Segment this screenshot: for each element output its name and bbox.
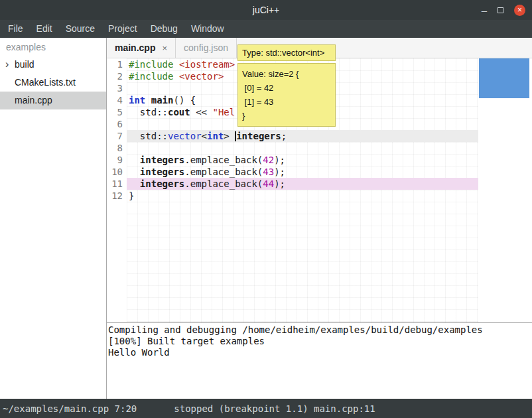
menu-item-window[interactable]: Window xyxy=(184,20,231,38)
app-window: juCi++ – × FileEditSourceProjectDebugWin… xyxy=(0,0,532,418)
window-controls: – × xyxy=(482,0,525,20)
type-tooltip: Type: std::vector<int> xyxy=(237,44,336,61)
code-line[interactable]: } xyxy=(127,190,478,202)
menu-item-edit[interactable]: Edit xyxy=(30,20,59,38)
sidebar-item-label: build xyxy=(15,59,34,70)
value-tooltip-line: } xyxy=(242,109,331,123)
project-name-header: examples xyxy=(0,38,106,56)
sidebar-item-cmakelists-txt[interactable]: CMakeLists.txt xyxy=(0,74,106,92)
maximize-icon[interactable] xyxy=(498,7,503,13)
sidebar-item-label: main.cpp xyxy=(15,95,52,105)
window-title: juCi++ xyxy=(0,0,532,20)
line-number[interactable]: 10 xyxy=(107,166,123,178)
terminal-output[interactable]: Compiling and debugging /home/eidheim/ex… xyxy=(107,322,532,399)
statusbar: ~/examples/main.cpp 7:20 stopped (breakp… xyxy=(0,399,532,418)
line-number[interactable]: 7 xyxy=(107,130,123,142)
scroll-map-thumb[interactable] xyxy=(479,58,529,98)
menubar: FileEditSourceProjectDebugWindow xyxy=(0,20,532,38)
terminal-line: Compiling and debugging /home/eidheim/ex… xyxy=(108,324,531,336)
code-line[interactable] xyxy=(127,142,478,154)
line-number[interactable]: 6 xyxy=(107,118,123,130)
value-tooltip-line: Value: size=2 { xyxy=(242,67,331,81)
code-line[interactable]: integers.emplace_back(42); xyxy=(127,154,478,166)
line-number[interactable]: 2 xyxy=(107,70,123,82)
code-line[interactable]: integers.emplace_back(44); xyxy=(127,178,478,190)
code-line[interactable]: integers.emplace_back(43); xyxy=(127,166,478,178)
expander-icon[interactable]: › xyxy=(5,55,9,73)
tab-label: main.cpp xyxy=(115,42,155,53)
tab-close-icon[interactable]: × xyxy=(162,43,167,53)
line-number[interactable]: 1 xyxy=(107,58,123,70)
menu-item-debug[interactable]: Debug xyxy=(144,20,184,38)
line-number[interactable]: 9 xyxy=(107,154,123,166)
status-debug-state: stopped (breakpoint 1.1) main.cpp:11 xyxy=(174,403,375,414)
scroll-map[interactable] xyxy=(478,58,532,322)
sidebar-item-build[interactable]: ›build xyxy=(0,56,106,74)
terminal-line: [100%] Built target examples xyxy=(108,336,531,347)
tab-config-json[interactable]: config.json xyxy=(176,38,237,58)
menu-item-project[interactable]: Project xyxy=(101,20,144,38)
sidebar-item-label: CMakeLists.txt xyxy=(15,77,76,88)
line-number[interactable]: 12 xyxy=(107,190,123,202)
value-tooltip: Value: size=2 { [0] = 42 [1] = 43} xyxy=(237,63,336,127)
value-tooltip-line: [0] = 42 xyxy=(242,81,331,95)
value-tooltip-line: [1] = 43 xyxy=(242,95,331,109)
file-tree-sidebar: examples ›buildCMakeLists.txtmain.cpp xyxy=(0,38,107,399)
type-tooltip-text: Type: std::vector<int> xyxy=(242,48,324,58)
line-number-gutter[interactable]: 123456789101112 xyxy=(107,58,127,322)
menu-item-source[interactable]: Source xyxy=(59,20,101,38)
status-file-position: ~/examples/main.cpp 7:20 xyxy=(3,403,137,414)
line-number[interactable]: 3 xyxy=(107,82,123,94)
sidebar-list: ›buildCMakeLists.txtmain.cpp xyxy=(0,56,106,109)
line-number[interactable]: 5 xyxy=(107,106,123,118)
close-icon[interactable]: × xyxy=(514,5,525,16)
tab-label: config.json xyxy=(184,42,228,53)
terminal-line: Hello World xyxy=(108,347,531,358)
line-number[interactable]: 8 xyxy=(107,142,123,154)
code-line[interactable]: std::vector<int> integers; xyxy=(127,130,478,142)
sidebar-item-main-cpp[interactable]: main.cpp xyxy=(0,92,106,109)
minimize-icon[interactable]: – xyxy=(482,5,487,15)
titlebar[interactable]: juCi++ – × xyxy=(0,0,532,20)
line-number[interactable]: 4 xyxy=(107,94,123,106)
menu-item-file[interactable]: File xyxy=(1,20,30,38)
tab-main-cpp[interactable]: main.cpp× xyxy=(107,38,176,58)
line-number[interactable]: 11 xyxy=(107,178,123,190)
